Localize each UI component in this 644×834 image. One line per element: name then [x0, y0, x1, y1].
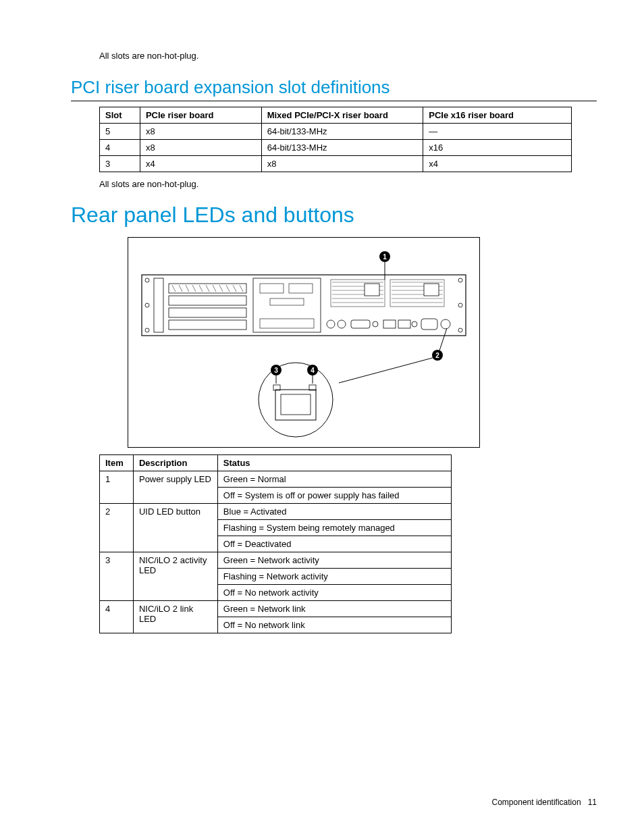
th-status: Status — [217, 455, 451, 471]
table-pci-riser: Slot PCIe riser board Mixed PCIe/PCI-X r… — [99, 107, 572, 172]
cell-item: 3 — [100, 552, 134, 601]
svg-rect-25 — [289, 284, 313, 293]
table-row: 4 NIC/iLO 2 link LED Green = Network lin… — [100, 601, 452, 633]
status-line: Flashing = Network activity — [218, 568, 451, 584]
status-line: Green = Network link — [218, 601, 451, 617]
cell: x4 — [423, 156, 572, 172]
svg-rect-27 — [260, 319, 314, 328]
svg-line-19 — [219, 285, 223, 292]
svg-point-3 — [145, 328, 149, 332]
svg-point-56 — [259, 363, 333, 437]
footer-page: 11 — [588, 798, 597, 807]
svg-rect-43 — [424, 284, 439, 296]
status-line: Off = No network activity — [218, 584, 451, 600]
svg-line-15 — [192, 285, 196, 292]
heading-rear-panel: Rear panel LEDs and buttons — [71, 203, 597, 228]
th-description: Description — [133, 455, 217, 471]
cell-item: 1 — [100, 471, 134, 504]
svg-line-20 — [226, 285, 230, 292]
cell-status: Blue = Activated Flashing = System being… — [217, 504, 451, 552]
svg-point-5 — [145, 303, 149, 307]
cell-desc: NIC/iLO 2 link LED — [133, 601, 217, 633]
cell: — — [423, 124, 572, 140]
footer-label: Component identification — [492, 798, 581, 807]
callout-2: 2 — [432, 350, 443, 361]
svg-line-55 — [339, 357, 437, 383]
cell: x8 — [261, 156, 423, 172]
table-row: 1 Power supply LED Green = Normal Off = … — [100, 471, 452, 504]
rear-panel-diagram: 1 2 3 4 — [128, 237, 480, 448]
svg-point-4 — [458, 328, 462, 332]
cell-item: 2 — [100, 504, 134, 552]
th-x16: PCIe x16 riser board — [423, 107, 572, 124]
svg-rect-10 — [169, 308, 246, 317]
svg-rect-26 — [270, 298, 304, 305]
table-row: 3 x4 x8 x4 — [100, 156, 572, 172]
intro-note: All slots are non-hot-plug. — [99, 51, 597, 61]
svg-rect-48 — [383, 320, 396, 328]
note-non-hot-plug: All slots are non-hot-plug. — [99, 179, 597, 189]
status-line: Off = System is off or power supply has … — [218, 487, 451, 503]
table-row: 5 x8 64-bit/133-MHz — — [100, 124, 572, 140]
cell-status: Green = Network activity Flashing = Netw… — [217, 552, 451, 601]
cell-desc: UID LED button — [133, 504, 217, 552]
svg-rect-49 — [398, 320, 410, 328]
table-rear-panel-leds: Item Description Status 1 Power supply L… — [99, 454, 452, 633]
cell: 3 — [100, 156, 140, 172]
cell: x8 — [140, 124, 261, 140]
cell: x4 — [140, 156, 261, 172]
page-footer: Component identification 11 — [492, 798, 597, 807]
status-line: Off = Deactivated — [218, 536, 451, 552]
th-mixed: Mixed PCIe/PCI-X riser board — [261, 107, 423, 124]
cell: 64-bit/133-MHz — [261, 140, 423, 156]
svg-line-13 — [179, 285, 182, 292]
callout-3: 3 — [271, 365, 281, 375]
cell-status: Green = Normal Off = System is off or po… — [217, 471, 451, 504]
svg-line-21 — [233, 285, 236, 292]
status-line: Green = Network activity — [218, 552, 451, 568]
th-pcie-riser: PCIe riser board — [140, 107, 261, 124]
svg-rect-58 — [281, 394, 311, 415]
heading-pci-riser: PCI riser board expansion slot definitio… — [71, 77, 597, 101]
svg-point-47 — [373, 321, 378, 327]
cell: x8 — [140, 140, 261, 156]
cell: 4 — [100, 140, 140, 156]
svg-rect-7 — [154, 278, 163, 332]
svg-point-45 — [338, 320, 346, 328]
cell-desc: Power supply LED — [133, 471, 217, 504]
status-line: Flashing = System being remotely managed — [218, 519, 451, 536]
table-row: 4 x8 64-bit/133-MHz x16 — [100, 140, 572, 156]
table-row: 3 NIC/iLO 2 activity LED Green = Network… — [100, 552, 452, 601]
svg-point-44 — [327, 320, 335, 328]
svg-rect-42 — [365, 284, 379, 296]
svg-point-1 — [145, 278, 149, 282]
svg-rect-51 — [421, 319, 437, 330]
svg-line-16 — [199, 285, 203, 292]
svg-point-2 — [458, 278, 462, 282]
cell: 5 — [100, 124, 140, 140]
table-row: 2 UID LED button Blue = Activated Flashi… — [100, 504, 452, 552]
cell: x16 — [423, 140, 572, 156]
svg-rect-24 — [260, 284, 284, 293]
svg-line-17 — [206, 285, 209, 292]
svg-line-12 — [172, 285, 176, 292]
th-item: Item — [100, 455, 134, 471]
cell: 64-bit/133-MHz — [261, 124, 423, 140]
cell-desc: NIC/iLO 2 activity LED — [133, 552, 217, 601]
svg-rect-46 — [351, 320, 370, 328]
status-line: Blue = Activated — [218, 504, 451, 519]
th-slot: Slot — [100, 107, 140, 124]
svg-point-50 — [412, 321, 417, 327]
rear-panel-svg — [128, 238, 479, 447]
svg-line-22 — [240, 285, 243, 292]
cell-status: Green = Network link Off = No network li… — [217, 601, 451, 633]
svg-line-14 — [186, 285, 189, 292]
cell-item: 4 — [100, 601, 134, 633]
svg-line-18 — [213, 285, 216, 292]
status-line: Green = Normal — [218, 471, 451, 487]
svg-point-52 — [441, 319, 450, 329]
callout-4: 4 — [307, 365, 318, 375]
svg-rect-9 — [169, 296, 246, 305]
svg-rect-11 — [169, 320, 246, 330]
status-line: Off = No network link — [218, 617, 451, 633]
